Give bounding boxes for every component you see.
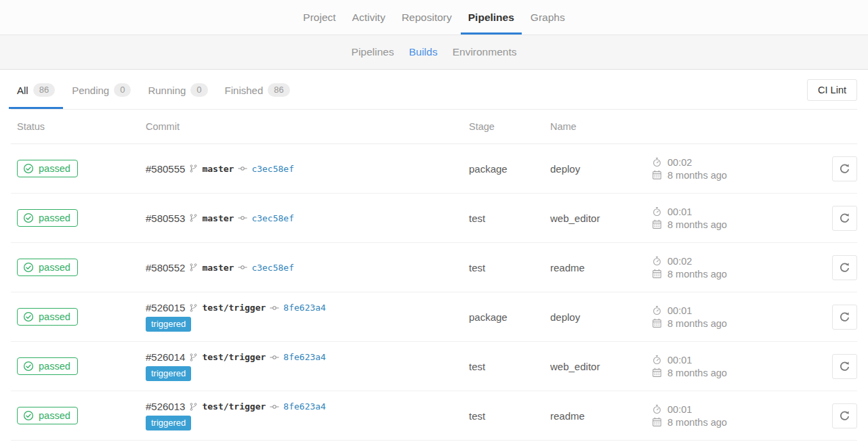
build-id-link[interactable]: #526013 xyxy=(146,401,185,412)
status-badge-label: passed xyxy=(39,361,70,372)
build-time-ago: 8 months ago xyxy=(667,368,727,378)
build-duration: 00:01 xyxy=(667,404,692,415)
retry-button[interactable] xyxy=(832,403,857,428)
table-row: passed #526014 test/trigger xyxy=(11,342,857,391)
status-badge-label: passed xyxy=(39,262,70,273)
check-circle-icon xyxy=(23,361,34,372)
commit-icon xyxy=(270,402,279,412)
commit-hash-link[interactable]: 8fe623a4 xyxy=(283,303,326,313)
status-badge-label: passed xyxy=(39,163,70,174)
retry-icon xyxy=(839,163,850,175)
retry-button[interactable] xyxy=(832,206,857,231)
build-stage: package xyxy=(469,311,550,323)
build-id-link[interactable]: #580555 xyxy=(146,163,185,175)
table-header: Status Commit Stage Name xyxy=(11,110,857,144)
build-time-ago: 8 months ago xyxy=(667,318,727,329)
build-status-badge[interactable]: passed xyxy=(17,308,78,326)
build-status-badge[interactable]: passed xyxy=(17,259,78,276)
commit-hash-link[interactable]: 8fe623a4 xyxy=(283,352,326,362)
tab-running[interactable]: Running 0 xyxy=(140,79,215,109)
build-id-link[interactable]: #580553 xyxy=(146,213,185,224)
retry-button[interactable] xyxy=(832,305,857,330)
branch-icon xyxy=(189,303,198,313)
branch-link[interactable]: test/trigger xyxy=(202,401,266,412)
build-duration: 00:01 xyxy=(667,355,692,366)
retry-button[interactable] xyxy=(832,354,857,379)
check-circle-icon xyxy=(23,163,34,174)
commit-hash-link[interactable]: c3ec58ef xyxy=(251,213,294,223)
nav-item-graphs[interactable]: Graphs xyxy=(523,0,573,35)
build-status-badge[interactable]: passed xyxy=(17,407,78,424)
calendar-icon xyxy=(652,417,662,427)
stopwatch-icon xyxy=(652,157,662,167)
table-body: passed #580555 master xyxy=(11,144,857,441)
branch-icon xyxy=(189,402,198,412)
commit-icon xyxy=(270,303,279,313)
table-row: passed #580552 master xyxy=(11,243,857,292)
branch-icon xyxy=(189,164,198,173)
build-duration: 00:01 xyxy=(667,206,692,217)
build-duration: 00:01 xyxy=(667,305,692,316)
commit-icon xyxy=(238,213,247,223)
builds-content: All 86 Pending 0 Running 0 Finished 86 C… xyxy=(0,70,868,441)
status-badge-label: passed xyxy=(39,213,70,223)
build-status-badge[interactable]: passed xyxy=(17,160,78,177)
build-name-link[interactable]: deploy xyxy=(550,311,580,323)
nav-item-repository[interactable]: Repository xyxy=(394,0,459,35)
table-row: passed #580553 master xyxy=(11,194,857,243)
branch-link[interactable]: test/trigger xyxy=(202,303,266,313)
build-time-ago: 8 months ago xyxy=(667,269,727,280)
build-status-badge[interactable]: passed xyxy=(17,209,78,227)
branch-link[interactable]: test/trigger xyxy=(202,352,266,362)
retry-icon xyxy=(839,311,850,323)
nav-item-activity[interactable]: Activity xyxy=(345,0,393,35)
branch-link[interactable]: master xyxy=(202,263,234,273)
commit-hash-link[interactable]: c3ec58ef xyxy=(251,164,294,174)
pipelines-sub-nav: Pipelines Builds Environments xyxy=(0,35,868,70)
nav-item-pipelines[interactable]: Pipelines xyxy=(461,0,522,35)
builds-tabs-bar: All 86 Pending 0 Running 0 Finished 86 C… xyxy=(11,70,857,110)
triggered-label: triggered xyxy=(146,416,191,430)
build-time-ago: 8 months ago xyxy=(667,417,727,428)
stopwatch-icon xyxy=(652,206,662,217)
header-name: Name xyxy=(550,121,652,132)
branch-icon xyxy=(189,263,198,272)
build-name-link[interactable]: web_editor xyxy=(550,361,600,372)
build-stage: test xyxy=(469,213,550,224)
ci-lint-button[interactable]: CI Lint xyxy=(807,79,857,101)
nav-item-project[interactable]: Project xyxy=(295,0,343,35)
branch-link[interactable]: master xyxy=(202,213,234,223)
build-id-link[interactable]: #580552 xyxy=(146,262,185,273)
tab-pending[interactable]: Pending 0 xyxy=(64,79,139,109)
retry-button[interactable] xyxy=(832,255,857,280)
calendar-icon xyxy=(652,318,662,328)
commit-icon xyxy=(270,353,279,362)
tab-all-count-badge: 86 xyxy=(33,83,55,97)
commit-hash-link[interactable]: 8fe623a4 xyxy=(283,401,326,412)
build-name-link[interactable]: web_editor xyxy=(550,213,600,224)
subnav-item-environments[interactable]: Environments xyxy=(445,35,524,69)
subnav-item-builds[interactable]: Builds xyxy=(401,35,445,69)
retry-icon xyxy=(839,262,850,273)
tab-finished[interactable]: Finished 86 xyxy=(217,79,298,109)
build-id-link[interactable]: #526014 xyxy=(146,351,185,363)
tab-all[interactable]: All 86 xyxy=(9,79,63,109)
commit-hash-link[interactable]: c3ec58ef xyxy=(251,263,294,273)
header-stage: Stage xyxy=(469,121,550,132)
branch-icon xyxy=(189,213,198,223)
build-name-link[interactable]: readme xyxy=(550,410,585,422)
tab-finished-label: Finished xyxy=(225,85,264,96)
retry-icon xyxy=(839,361,850,372)
branch-link[interactable]: master xyxy=(202,164,234,174)
build-id-link[interactable]: #526015 xyxy=(146,302,185,313)
builds-table: Status Commit Stage Name passed #5805 xyxy=(11,110,857,441)
retry-button[interactable] xyxy=(832,156,857,181)
subnav-item-pipelines[interactable]: Pipelines xyxy=(344,35,402,69)
build-time-ago: 8 months ago xyxy=(667,219,727,230)
tab-pending-count-badge: 0 xyxy=(114,83,131,97)
project-nav: Project Activity Repository Pipelines Gr… xyxy=(0,0,868,35)
table-row: passed #526013 test/trigger xyxy=(11,391,857,441)
build-name-link[interactable]: deploy xyxy=(550,163,580,175)
build-name-link[interactable]: readme xyxy=(550,262,585,273)
build-status-badge[interactable]: passed xyxy=(17,357,78,375)
